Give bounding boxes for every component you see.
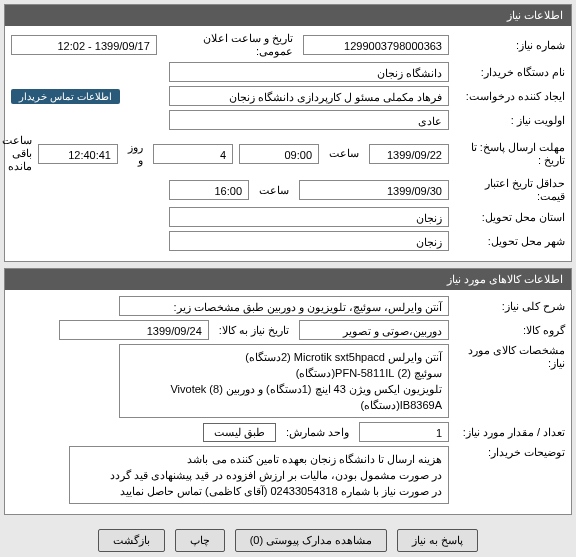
min-valid-label: حداقل تاریخ اعتبار قیمت: (455, 177, 565, 203)
time-label-2: ساعت (255, 184, 293, 197)
province-label: استان محل تحویل: (455, 211, 565, 224)
public-announce-label: تاریخ و ساعت اعلان عمومی: (163, 32, 297, 58)
desc-label: شرح کلی نیاز: (455, 300, 565, 313)
attachments-button[interactable]: مشاهده مدارک پیوستی (0) (235, 529, 388, 552)
qty-label: تعداد / مقدار مورد نیاز: (455, 426, 565, 439)
requester-field: فرهاد مکملی مسئو ل کارپردازی دانشگاه زنج… (169, 86, 449, 106)
unit-field: طبق لیست (203, 423, 276, 442)
print-button[interactable]: چاپ (175, 529, 225, 552)
priority-label: اولویت نیاز : (455, 114, 565, 127)
back-button[interactable]: بازگشت (98, 529, 165, 552)
spec-label: مشخصات کالای مورد نیاز: (455, 344, 565, 370)
reply-button[interactable]: پاسخ به نیاز (397, 529, 478, 552)
items-info-header: اطلاعات کالاهای مورد نیاز (5, 269, 571, 290)
notes-field: هزینه ارسال تا دانشگاه زنجان بعهده تامین… (69, 446, 449, 504)
desc-field: آنتن وایرلس، سوئیچ، تلویزیون و دوربین طب… (119, 296, 449, 316)
days-remaining-field: 4 (153, 144, 233, 164)
reply-deadline-label: مهلت ارسال پاسخ: تا تاریخ : (455, 141, 565, 167)
reply-date-field: 1399/09/22 (369, 144, 449, 164)
items-info-panel: اطلاعات کالاهای مورد نیاز شرح کلی نیاز: … (4, 268, 572, 515)
need-date-label: تاریخ نیاز به کالا: (215, 324, 293, 337)
notes-label: توضیحات خریدار: (455, 446, 565, 459)
public-announce-field: 1399/09/17 - 12:02 (11, 35, 157, 55)
city-field: زنجان (169, 231, 449, 251)
min-valid-time-field: 16:00 (169, 180, 249, 200)
time-label-1: ساعت (325, 147, 363, 160)
province-field: زنجان (169, 207, 449, 227)
priority-field: عادی (169, 110, 449, 130)
city-label: شهر محل تحویل: (455, 235, 565, 248)
buyer-org-field: دانشگاه زنجان (169, 62, 449, 82)
need-info-panel: اطلاعات نیاز شماره نیاز: 129900379800036… (4, 4, 572, 262)
group-label: گروه کالا: (455, 324, 565, 337)
min-valid-date-field: 1399/09/30 (299, 180, 449, 200)
remaining-label: ساعت باقی مانده (2, 134, 32, 173)
reply-time-field: 09:00 (239, 144, 319, 164)
need-no-field: 1299003798000363 (303, 35, 449, 55)
countdown-field: 12:40:41 (38, 144, 118, 164)
need-info-header: اطلاعات نیاز (5, 5, 571, 26)
day-and-label: روز و (124, 141, 147, 167)
buyer-org-label: نام دستگاه خریدار: (455, 66, 565, 79)
group-field: دوربین،صوتی و تصویر (299, 320, 449, 340)
requester-label: ایجاد کننده درخواست: (455, 90, 565, 103)
need-no-label: شماره نیاز: (455, 39, 565, 52)
need-date-field: 1399/09/24 (59, 320, 209, 340)
spec-field: آنتن وایرلس Microtik sxt5hpacd (2دستگاه)… (119, 344, 449, 418)
qty-field: 1 (359, 422, 449, 442)
unit-label: واحد شمارش: (282, 426, 353, 439)
contact-info-link[interactable]: اطلاعات تماس خریدار (11, 89, 120, 104)
action-button-row: پاسخ به نیاز مشاهده مدارک پیوستی (0) چاپ… (4, 521, 572, 557)
